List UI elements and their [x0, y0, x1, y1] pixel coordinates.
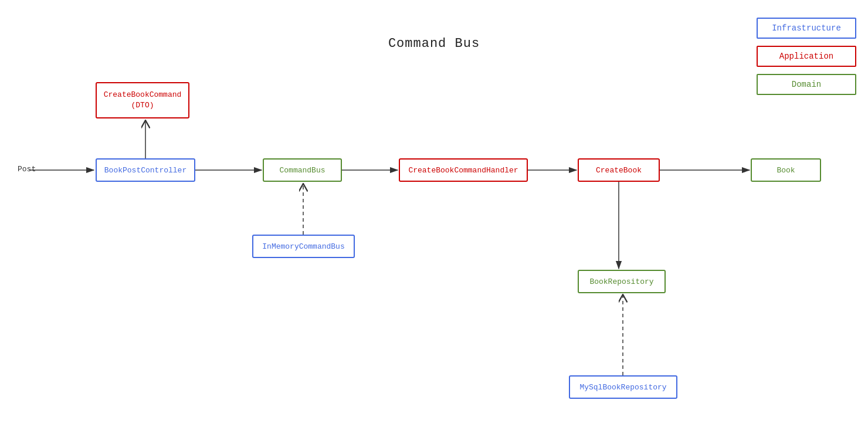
legend-infrastructure: Infrastructure: [757, 18, 856, 39]
legend-domain: Domain: [757, 74, 856, 95]
in-memory-command-bus-node: InMemoryCommandBus: [252, 235, 355, 258]
book-node: Book: [751, 158, 821, 182]
command-bus-node: CommandBus: [263, 158, 342, 182]
post-label: Post: [18, 165, 36, 174]
create-book-command-handler-node: CreateBookCommandHandler: [399, 158, 528, 182]
legend-application: Application: [757, 46, 856, 67]
book-repository-node: BookRepository: [578, 270, 666, 293]
create-book-command-node: CreateBookCommand (DTO): [96, 82, 189, 118]
create-book-node: CreateBook: [578, 158, 660, 182]
diagram-title: Command Bus: [388, 36, 480, 51]
book-post-controller-node: BookPostController: [96, 158, 195, 182]
legend: Infrastructure Application Domain: [757, 18, 856, 95]
arrows-diagram: [0, 0, 868, 434]
mysql-book-repository-node: MySqlBookRepository: [569, 375, 677, 399]
